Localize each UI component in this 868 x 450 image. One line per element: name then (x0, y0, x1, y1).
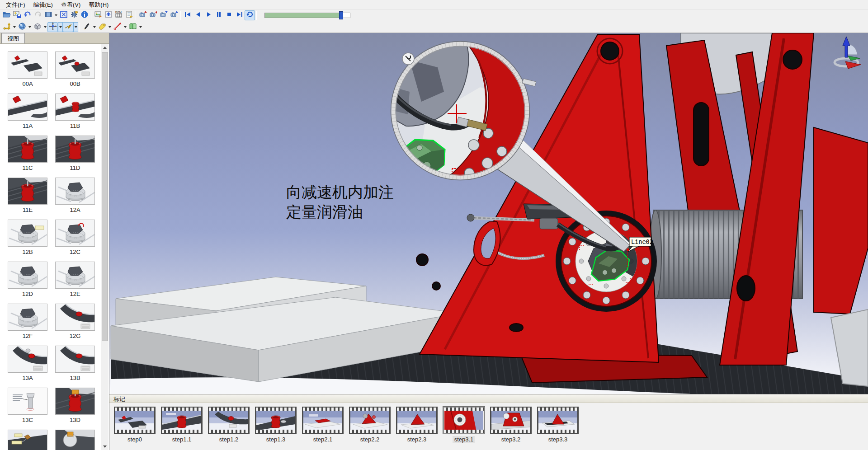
measure-tool-button[interactable] (112, 22, 123, 32)
camera-key-3-button[interactable] (158, 10, 169, 20)
view-thumbnail-13C[interactable]: 13C (8, 388, 47, 423)
step-back-button[interactable] (193, 10, 203, 20)
view-thumbnail-12F[interactable]: 12F (8, 304, 47, 339)
step-label: step2.2 (349, 436, 391, 443)
viewport-3d[interactable]: 向减速机内加注 定量润滑油 Line02 (109, 33, 868, 394)
panel-tool-button[interactable] (127, 22, 138, 32)
step-thumbnail-step2.1[interactable]: step2.1 (302, 407, 344, 443)
render-settings-button[interactable] (69, 10, 79, 20)
go-start-button[interactable] (182, 10, 193, 20)
properties-button[interactable] (79, 10, 90, 20)
step-thumbnail-step2.2[interactable]: step2.2 (349, 407, 391, 443)
scroll-up-button[interactable] (101, 44, 108, 51)
view-thumbnail-00B[interactable]: 00B (55, 52, 95, 87)
scroll-down-button[interactable] (101, 443, 108, 450)
step-thumbnail-step1.1[interactable]: step1.1 (161, 407, 203, 443)
view-thumbnail-partial-18[interactable] (8, 430, 47, 450)
step-thumbnail-step3.3[interactable]: step3.3 (537, 407, 579, 443)
move-tool-button[interactable] (47, 22, 58, 32)
view-thumbnail-12A[interactable]: 12A (55, 178, 95, 213)
step-thumbnail-step1.3[interactable]: step1.3 (255, 407, 297, 443)
sidebar-scrollbar[interactable] (101, 44, 108, 450)
display-mode-button[interactable] (32, 22, 42, 32)
orbit-tool-dropdown[interactable] (27, 22, 32, 32)
orbit-tool-button[interactable] (17, 22, 27, 32)
label-tool-button[interactable] (97, 22, 107, 32)
film-sprockets-bottom (256, 430, 296, 433)
capture-image-button[interactable] (93, 10, 103, 20)
toolbar-separator (80, 23, 80, 32)
view-thumbnail-12G[interactable]: 12G (55, 304, 95, 339)
scrollbar-thumb[interactable] (102, 52, 108, 341)
display-mode-dropdown[interactable] (42, 22, 47, 32)
view-thumbnail-11D[interactable]: 11D (55, 136, 95, 171)
step-thumbnail-step3.2[interactable]: step3.2 (490, 407, 532, 443)
view-thumbnail-11B[interactable]: 11B (55, 94, 95, 129)
animation-timeline-slider[interactable] (264, 13, 350, 18)
step-thumbnail-step0[interactable]: step0 (114, 407, 156, 443)
view-thumbnail-13D[interactable]: 13D (55, 388, 95, 423)
view-thumbnail-12D[interactable]: 12D (8, 262, 47, 297)
view-thumbnail-13A[interactable]: 13A (8, 346, 47, 381)
camera-key-4-button[interactable] (169, 10, 179, 20)
bom-table-button[interactable]: BOM (113, 10, 124, 20)
view-thumbnail-11C[interactable]: 11C (8, 136, 47, 171)
menu-item-3[interactable]: 帮助(H) (85, 0, 113, 10)
save-image-button[interactable] (12, 10, 22, 20)
step-thumbnail-step2.3[interactable]: step2.3 (396, 407, 438, 443)
view-thumbnail-label: 12F (8, 333, 47, 339)
move-tool-dropdown[interactable] (58, 22, 63, 32)
translate-tool-dropdown[interactable] (12, 22, 17, 32)
menu-item-2[interactable]: 查看(V) (57, 0, 85, 10)
step-thumbnail-step3.1[interactable]: step3.1 (443, 407, 485, 443)
pause-button[interactable] (213, 10, 224, 20)
menu-bar: 文件(F)编辑(E)查看(V)帮助(H) (0, 0, 868, 10)
fly-tool-button[interactable] (63, 22, 73, 32)
translate-tool-button[interactable] (1, 22, 12, 32)
redo-button[interactable] (33, 10, 43, 20)
go-end-button[interactable] (234, 10, 245, 20)
measure-tool-dropdown[interactable] (123, 22, 127, 32)
storyboard-button[interactable] (124, 10, 134, 20)
view-thumbnail-12B[interactable]: 12B (8, 220, 47, 255)
toolbar-separator (136, 11, 136, 20)
open-file-button[interactable] (1, 10, 12, 20)
step-thumbnail-image (491, 411, 530, 430)
view-thumbnail-label: 11D (55, 164, 95, 171)
film-frame (208, 407, 250, 434)
draw-tool-dropdown[interactable] (92, 22, 97, 32)
fit-view-button[interactable] (58, 10, 69, 20)
label-tool-dropdown[interactable] (107, 22, 112, 32)
film-frame (255, 407, 297, 434)
publish-button[interactable] (103, 10, 113, 20)
draw-tool-button[interactable] (81, 22, 92, 32)
camera-key-1-button[interactable] (137, 10, 148, 20)
fly-tool-dropdown[interactable] (73, 22, 78, 32)
stop-button[interactable] (224, 10, 234, 20)
step-thumbnail-step1.2[interactable]: step1.2 (208, 407, 250, 443)
view-mode-button[interactable] (43, 10, 53, 20)
menu-item-1[interactable]: 编辑(E) (29, 0, 57, 10)
film-sprockets-bottom (538, 430, 578, 433)
view-mode-dropdown[interactable] (53, 10, 58, 20)
camera-key-2-button[interactable] (148, 10, 158, 20)
menu-item-0[interactable]: 文件(F) (2, 0, 29, 10)
view-thumbnail-partial-19[interactable] (55, 430, 95, 450)
move-tool-icon (49, 22, 57, 32)
step-thumbnail-image (538, 411, 577, 430)
tab-views[interactable]: 视图 (1, 33, 25, 43)
chevron-down-icon (108, 26, 111, 28)
step-label: step3.3 (537, 436, 579, 443)
view-thumbnail-12C[interactable]: 12C (55, 220, 95, 255)
view-thumbnail-12E[interactable]: 12E (55, 262, 95, 297)
orbit-tool-icon (18, 22, 26, 32)
loop-button[interactable] (245, 10, 255, 20)
view-thumbnail-11A[interactable]: 11A (8, 94, 47, 129)
timeline-thumb[interactable] (339, 11, 343, 19)
panel-tool-dropdown[interactable] (138, 22, 143, 32)
view-thumbnail-13B[interactable]: 13B (55, 346, 95, 381)
view-thumbnail-00A[interactable]: 00A (8, 52, 47, 87)
undo-button[interactable] (22, 10, 33, 20)
view-thumbnail-11E[interactable]: 11E (8, 178, 47, 213)
play-button[interactable] (203, 10, 213, 20)
